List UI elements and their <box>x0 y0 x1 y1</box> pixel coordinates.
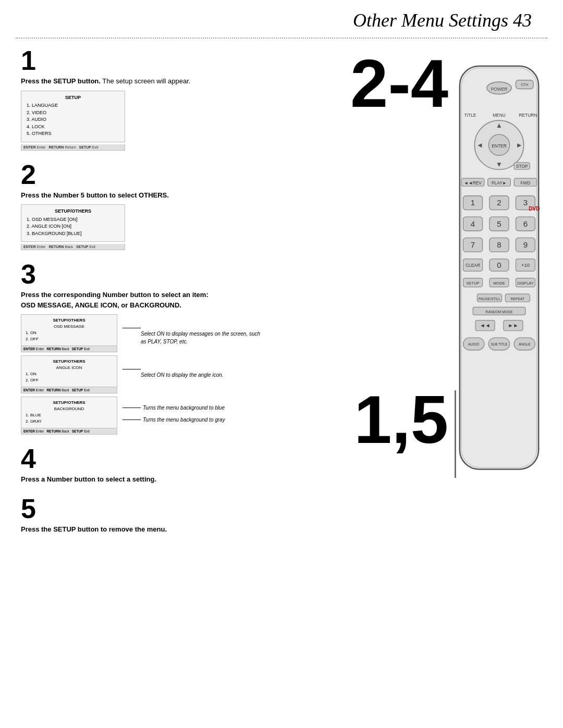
step-4-desc-bold: Press a Number button to select a settin… <box>21 475 156 483</box>
step-2-block: 2 Press the Number 5 button to select OT… <box>21 161 292 251</box>
step-2-footer-setup: SETUP Exit <box>76 245 95 249</box>
step-2-number: 2 <box>21 161 292 188</box>
svg-text:9: 9 <box>523 240 528 249</box>
svg-text:►►: ►► <box>508 323 518 328</box>
svg-text:TITLE: TITLE <box>464 113 476 118</box>
sub-screen-bg-subtitle: BACKGROUND <box>26 406 113 412</box>
sub-screen-row-bg: SETUP/OTHERS BACKGROUND 1. BLUE 2. GRAY … <box>21 397 292 435</box>
step-1-screen-footer: ENTER Enter RETURN Return SETUP Exit <box>21 144 125 151</box>
step-5-desc: Press the SETUP button to remove the men… <box>21 524 292 535</box>
bg-arrow-line-2 <box>123 419 141 420</box>
step-2-screen-footer: ENTER Enter RETURN Back SETUP Exit <box>21 244 125 250</box>
sub-screen-angle-footer: ENTER Enter RETURN Back SETUP Exit <box>21 387 117 393</box>
sub-screen-osd-subtitle: OSD MESSAGE <box>26 324 113 330</box>
sub-screen-osd-footer: ENTER Enter RETURN Back SETUP Exit <box>21 346 117 352</box>
step-1-item-2: 2. VIDEO <box>27 109 119 117</box>
step-1-desc-rest: The setup screen will appear. <box>102 77 190 85</box>
sub-screen-osd-title: SETUP/OTHERS <box>26 317 113 324</box>
sub-screen-bg-item1: 1. BLUE <box>26 412 113 418</box>
svg-text:5: 5 <box>497 219 501 228</box>
step-1-number: 1 <box>21 47 292 74</box>
bg-arrow-line-1 <box>123 408 141 408</box>
bg-annotation-2: Turns the menu background to gray <box>143 417 225 423</box>
sub-screen-angle-title: SETUP/OTHERS <box>26 359 113 365</box>
step-4-block: 4 Press a Number button to select a sett… <box>21 445 292 485</box>
sub-screen-angle-subtitle: ANGLE ICON <box>26 365 113 371</box>
svg-text:DVD: DVD <box>529 206 540 212</box>
step-2-item-2: 2. ANGLE ICON [ON] <box>27 223 119 230</box>
svg-text:MODE: MODE <box>493 281 505 286</box>
sub-screen-osd-item2: 2. OFF <box>26 336 113 342</box>
step-2-item-3: 3. BACKGROUND [BLUE] <box>27 230 119 238</box>
svg-text:▼: ▼ <box>496 161 503 168</box>
svg-text:PLAY►: PLAY► <box>492 180 507 186</box>
step-label-15: 1,5 <box>354 386 448 453</box>
angle-arrow-line <box>123 369 141 369</box>
step-1-screen: SETUP 1. LANGUAGE 2. VIDEO 3. AUDIO 4. L… <box>21 91 125 142</box>
step-2-footer-return: RETURN Back <box>48 245 73 249</box>
svg-text:ANGLE: ANGLE <box>519 342 531 346</box>
sub-screen-row-angle: SETUP/OTHERS ANGLE ICON 1. ON 2. OFF ENT… <box>21 355 292 393</box>
svg-text:PAUSE/STILL: PAUSE/STILL <box>479 297 500 301</box>
osd-arrow-line <box>123 328 141 328</box>
step-1-block: 1 Press the SETUP button. The setup scre… <box>21 47 292 151</box>
step-1-item-5: 5. OTHERS <box>27 130 119 138</box>
svg-text:6: 6 <box>523 219 528 228</box>
svg-text:►: ► <box>516 141 523 149</box>
svg-text:DISPLAY: DISPLAY <box>517 281 533 286</box>
step-1-item-1: 1. LANGUAGE <box>27 102 119 109</box>
svg-text:RETURN: RETURN <box>519 113 537 118</box>
svg-text:2: 2 <box>497 198 501 207</box>
angle-footer-enter: ENTER Enter <box>23 388 44 392</box>
step-2-desc: Press the Number 5 button to select OTHE… <box>21 190 292 201</box>
step-3-desc-bold: Press the corresponding Number button to… <box>21 291 209 299</box>
step-1-footer-setup: SETUP Exit <box>79 145 99 149</box>
sub-screen-osd-item1: 1. ON <box>26 330 113 336</box>
angle-annotation: Select ON to display the angle icon. <box>141 367 223 379</box>
sub-screen-bg-title: SETUP/OTHERS <box>26 400 113 406</box>
step-3-number: 3 <box>21 261 292 288</box>
page-title-area: Other Menu Settings 43 <box>353 9 532 31</box>
svg-text:MENU: MENU <box>493 113 506 118</box>
step-2-screen-title: SETUP/OTHERS <box>27 208 119 215</box>
remote-control: POWER OTH TITLE MENU RETURN ▲ ▼ ◄ ► ENTE… <box>451 57 547 480</box>
svg-text:0: 0 <box>497 261 501 269</box>
sub-screen-bg: SETUP/OTHERS BACKGROUND 1. BLUE 2. GRAY <box>21 397 117 428</box>
bg-annotation-1: Turns the menu background to blue <box>143 405 225 411</box>
step-3-block: 3 Press the corresponding Number button … <box>21 261 292 435</box>
sub-screen-angle: SETUP/OTHERS ANGLE ICON 1. ON 2. OFF <box>21 355 117 387</box>
left-content: 1 Press the SETUP button. The setup scre… <box>21 47 292 545</box>
bg-footer-return: RETURN Back <box>46 429 69 433</box>
step-1-footer-enter: ENTER Enter <box>23 145 45 149</box>
svg-text:◄◄: ◄◄ <box>480 323 491 328</box>
step-5-desc-bold: Press the SETUP button to remove the men… <box>21 525 167 533</box>
svg-text:4: 4 <box>471 219 475 228</box>
step-1-item-3: 3. AUDIO <box>27 116 119 124</box>
step-2-desc-bold: Press the Number 5 button to select OTHE… <box>21 191 169 199</box>
svg-text:CLEAR: CLEAR <box>466 263 480 268</box>
step-3-desc-items: OSD MESSAGE, ANGLE ICON, or BACKGROUND. <box>21 301 181 309</box>
step-2-screen: SETUP/OTHERS 1. OSD MESSAGE [ON] 2. ANGL… <box>21 204 125 242</box>
svg-text:ENTER: ENTER <box>492 143 506 149</box>
remote-svg: POWER OTH TITLE MENU RETURN ▲ ▼ ◄ ► ENTE… <box>451 57 547 478</box>
osd-annotation: Select ON to display messages on the scr… <box>141 326 266 346</box>
svg-text:◄◄REV: ◄◄REV <box>464 180 482 186</box>
step-2-footer-enter: ENTER Enter <box>23 245 45 249</box>
step-3-desc: Press the corresponding Number button to… <box>21 290 292 310</box>
step-2-item-1: 1. OSD MESSAGE [ON] <box>27 216 119 224</box>
bg-footer-setup: SETUP Exit <box>72 429 90 433</box>
step-1-item-4: 4. LOCK <box>27 124 119 131</box>
svg-text:POWER: POWER <box>491 87 508 92</box>
svg-text:▲: ▲ <box>496 121 503 129</box>
svg-text:RANDOM MODE: RANDOM MODE <box>486 310 513 314</box>
angle-footer-return: RETURN Back <box>46 388 69 392</box>
svg-text:+10: +10 <box>521 263 530 268</box>
step-5-block: 5 Press the SETUP button to remove the m… <box>21 495 292 535</box>
svg-text:REPEAT: REPEAT <box>511 297 524 301</box>
section-divider <box>16 38 547 39</box>
step-1-footer-return: RETURN Return <box>48 145 76 149</box>
page-title: Other Menu Settings 43 <box>353 10 532 31</box>
step-1-desc-bold: Press the SETUP button. <box>21 77 101 85</box>
sub-screen-osd: SETUP/OTHERS OSD MESSAGE 1. ON 2. OFF <box>21 314 117 346</box>
svg-text:◄: ◄ <box>476 141 483 149</box>
